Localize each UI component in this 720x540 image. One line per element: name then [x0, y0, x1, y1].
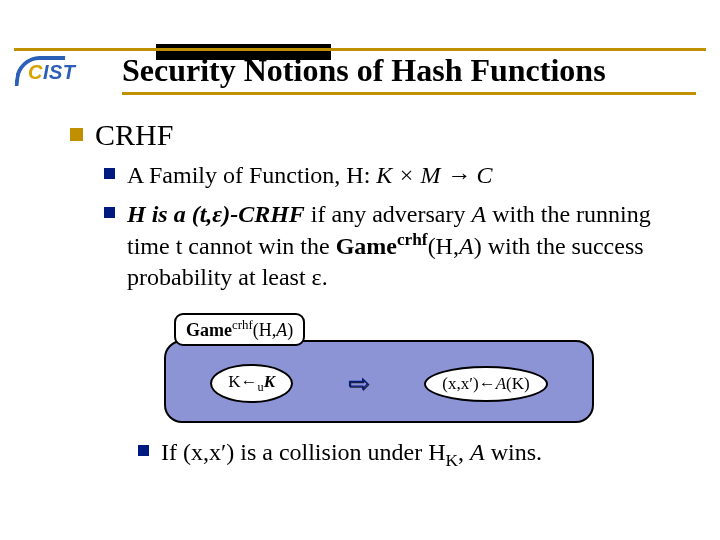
bullet-icon	[70, 128, 83, 141]
step1-pre: K←	[228, 372, 257, 391]
game-label-close: )	[287, 320, 293, 340]
bullet-lvl1: CRHF	[70, 118, 690, 152]
cist-logo: CIST	[14, 55, 110, 89]
lvl2-group: A Family of Function, H: K × M → C H is …	[104, 160, 690, 472]
step1-post: K	[264, 372, 275, 391]
family-text: A Family of Function, H: K × M → C	[127, 160, 493, 191]
family-prefix: A Family of Function, H:	[127, 162, 376, 188]
arrow-icon: ⇨	[348, 368, 370, 399]
game-diagram: Gamecrhf(H,A) K←uK ⇨ (x,x′)←A(K)	[164, 313, 594, 423]
concl-mid: ,	[458, 439, 470, 465]
game-step2: (x,x′)←A(K)	[424, 366, 547, 402]
defn-text: H is a (t,ε)-CRHF if any adversary A wit…	[127, 199, 690, 293]
game-label-sup: crhf	[232, 317, 253, 332]
step2-A: A	[496, 374, 506, 393]
concl-A: A	[470, 439, 485, 465]
slide-title: Security Notions of Hash Functions	[122, 52, 606, 89]
game-label: Gamecrhf(H,A)	[174, 313, 305, 346]
concl-post: wins.	[485, 439, 542, 465]
concl-sub: K	[446, 451, 458, 470]
bullet-family: A Family of Function, H: K × M → C	[104, 160, 690, 191]
bullet-defn: H is a (t,ε)-CRHF if any adversary A wit…	[104, 199, 690, 293]
logo-text: CIST	[28, 61, 76, 84]
logo-letters-ist: IST	[43, 61, 76, 83]
defn-game: Game	[336, 233, 397, 259]
logo-letter-c: C	[28, 61, 43, 83]
defn-A2: A	[459, 233, 474, 259]
family-expr: K × M → C	[376, 162, 492, 188]
defn-crhf: crhf	[397, 230, 428, 249]
slide-content: CRHF A Family of Function, H: K × M → C …	[70, 118, 690, 480]
game-label-game: Game	[186, 320, 232, 340]
step2-post: (K)	[506, 374, 530, 393]
bullet-icon	[104, 168, 115, 179]
step2-pre: (x,x′)←	[442, 374, 495, 393]
bullet-conclusion: If (x,x′) is a collision under HK, A win…	[138, 437, 690, 472]
defn-mid: if any adversary	[305, 201, 472, 227]
defn-close: )	[474, 233, 482, 259]
top-divider	[14, 48, 706, 51]
game-step1: K←uK	[210, 364, 293, 403]
bullet-icon	[104, 207, 115, 218]
bullet-icon	[138, 445, 149, 456]
defn-hA: (H,	[428, 233, 459, 259]
defn-A: A	[471, 201, 486, 227]
conclusion-text: If (x,x′) is a collision under HK, A win…	[161, 437, 542, 472]
game-label-args: (H,	[253, 320, 277, 340]
title-underline	[122, 92, 696, 95]
game-label-A: A	[276, 320, 287, 340]
concl-pre: If (x,x′) is a collision under H	[161, 439, 446, 465]
lvl1-text: CRHF	[95, 118, 173, 152]
defn-lead: H is a (t,ε)-CRHF	[127, 201, 305, 227]
game-box: K←uK ⇨ (x,x′)←A(K)	[164, 340, 594, 423]
